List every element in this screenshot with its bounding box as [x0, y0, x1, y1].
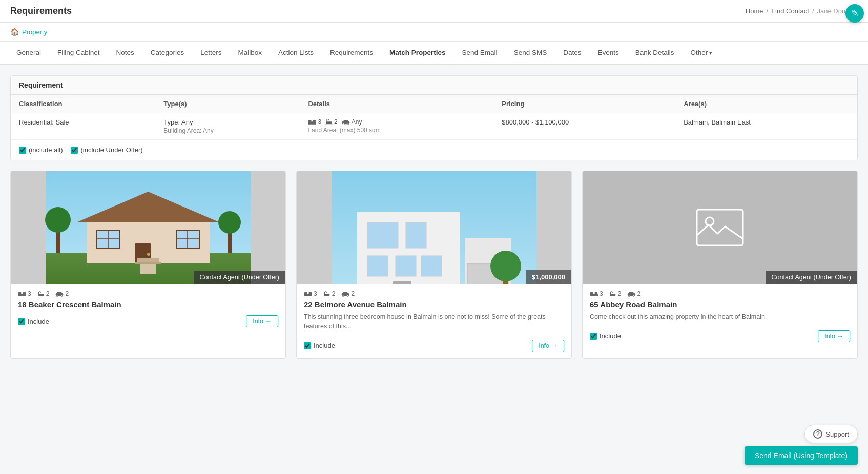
- top-nav: Requirements Home / Find Contact / Jane …: [0, 0, 868, 23]
- bath-detail: 2: [325, 118, 338, 126]
- question-circle-icon: ?: [813, 429, 822, 439]
- send-email-template-button[interactable]: Send Email (Using Template): [745, 446, 858, 465]
- tab-bank-details[interactable]: Bank Details: [627, 42, 683, 65]
- card-icons-1: 3 2 2: [18, 290, 278, 297]
- tab-general[interactable]: General: [8, 42, 49, 65]
- property-card-2: $1,000,000 3 2 2 22: [296, 171, 572, 359]
- card-placeholder-3: [583, 171, 857, 284]
- card-icons-2: 3 2 2: [304, 290, 564, 297]
- requirement-table: Classification Type(s) Details Pricing A…: [11, 95, 857, 140]
- card-footer-3: Include Info →: [590, 327, 850, 342]
- svg-rect-53: [309, 292, 312, 294]
- card-badge-1: Contact Agent (Under Offer): [194, 271, 285, 284]
- include-under-offer-checkbox[interactable]: [71, 147, 78, 154]
- tab-send-sms[interactable]: Send SMS: [506, 42, 555, 65]
- card-beds-1: 3: [18, 290, 31, 297]
- property-bar-label: Property: [22, 28, 47, 36]
- tab-dates[interactable]: Dates: [555, 42, 589, 65]
- col-areas: Area(s): [675, 95, 857, 113]
- cell-details: 3 2 Any Land Area: (max) 500 sqm: [300, 113, 493, 140]
- include-all-checkbox[interactable]: [19, 147, 26, 154]
- card-baths-3: 2: [609, 290, 622, 297]
- include-checkbox-3[interactable]: [590, 333, 597, 340]
- svg-point-59: [706, 217, 714, 225]
- card-body-1: 3 2 2 18 Beaker Crescent Balmain: [11, 284, 285, 334]
- card-title-3: 65 Abbey Road Balmain: [590, 300, 850, 309]
- page-title: Requirements: [10, 6, 72, 16]
- card-icons-3: 3 2 2: [590, 290, 850, 297]
- svg-point-10: [347, 123, 349, 125]
- support-label: Support: [825, 430, 849, 438]
- breadcrumb-find-contact[interactable]: Find Contact: [771, 7, 809, 15]
- include-checkbox-1[interactable]: [18, 318, 25, 325]
- tab-send-email[interactable]: Send Email: [454, 42, 506, 65]
- svg-rect-32: [23, 292, 26, 294]
- property-bar: 🏠 Property: [0, 23, 868, 42]
- card-image-3: Contact Agent (Under Offer): [583, 171, 857, 284]
- svg-rect-58: [697, 210, 743, 245]
- col-details: Details: [300, 95, 493, 113]
- tab-match-properties[interactable]: Match Properties: [381, 42, 454, 65]
- include-under-offer-label[interactable]: (include Under Offer): [71, 146, 142, 154]
- svg-rect-62: [595, 292, 598, 294]
- card-badge-3: Contact Agent (Under Offer): [766, 271, 857, 284]
- card-title-1: 18 Beaker Crescent Balmain: [18, 300, 278, 309]
- requirement-header: Requirement: [11, 76, 857, 95]
- svg-point-9: [343, 123, 344, 125]
- card-title-2: 22 Belmore Avenue Balmain: [304, 300, 564, 309]
- svg-rect-63: [610, 294, 615, 296]
- property-card-1: Contact Agent (Under Offer) 3 2 2: [10, 171, 286, 359]
- house-icon: 🏠: [10, 28, 19, 36]
- include-label-2[interactable]: Include: [304, 342, 335, 349]
- card-baths-2: 2: [323, 290, 336, 297]
- svg-rect-42: [406, 222, 426, 248]
- tab-mailbox[interactable]: Mailbox: [230, 42, 270, 65]
- include-label-3[interactable]: Include: [590, 332, 621, 340]
- include-checkbox-2[interactable]: [304, 342, 311, 349]
- card-body-3: 3 2 2 65 Abbey Road Balmain Come check o…: [583, 284, 857, 348]
- include-label-1[interactable]: Include: [18, 318, 49, 325]
- svg-point-35: [57, 295, 58, 296]
- tab-action-lists[interactable]: Action Lists: [270, 42, 322, 65]
- type-sub: Building Area: Any: [163, 127, 292, 134]
- svg-rect-5: [326, 121, 332, 124]
- tab-categories[interactable]: Categories: [142, 42, 192, 65]
- support-button[interactable]: ? Support: [804, 425, 858, 443]
- svg-rect-4: [316, 123, 317, 125]
- tab-filing-cabinet[interactable]: Filing Cabinet: [49, 42, 108, 65]
- card-image-1: Contact Agent (Under Offer): [11, 171, 285, 284]
- requirement-section: Requirement Classification Type(s) Detai…: [10, 75, 858, 160]
- svg-rect-45: [421, 256, 442, 276]
- include-all-label[interactable]: (include all): [19, 146, 63, 154]
- svg-point-50: [490, 251, 521, 281]
- tab-letters[interactable]: Letters: [192, 42, 230, 65]
- svg-rect-29: [135, 262, 161, 264]
- bed-detail: 3: [308, 118, 321, 126]
- tab-other[interactable]: Other: [683, 42, 721, 65]
- card-footer-2: Include Info →: [304, 337, 564, 352]
- tab-requirements[interactable]: Requirements: [322, 42, 381, 65]
- svg-rect-41: [367, 222, 398, 248]
- filter-checkboxes: (include all) (include Under Offer): [11, 140, 857, 160]
- info-button-3[interactable]: Info →: [818, 330, 850, 342]
- edit-fab-button[interactable]: ✎: [845, 4, 864, 23]
- svg-rect-44: [396, 256, 416, 276]
- svg-point-66: [633, 295, 634, 296]
- main-content: Requirement Classification Type(s) Detai…: [0, 65, 868, 467]
- tab-notes[interactable]: Notes: [108, 42, 142, 65]
- info-button-1[interactable]: Info →: [246, 315, 278, 327]
- property-cards-grid: Contact Agent (Under Offer) 3 2 2: [10, 171, 858, 359]
- card-beds-3: 3: [590, 290, 603, 297]
- svg-rect-7: [332, 124, 332, 125]
- svg-rect-2: [313, 120, 316, 122]
- svg-point-16: [147, 253, 150, 256]
- col-pricing: Pricing: [493, 95, 675, 113]
- info-button-2[interactable]: Info →: [532, 340, 564, 352]
- cell-types: Type: Any Building Area: Any: [155, 113, 300, 140]
- tab-events[interactable]: Events: [589, 42, 627, 65]
- svg-rect-33: [38, 294, 44, 296]
- breadcrumb-home[interactable]: Home: [746, 7, 763, 15]
- svg-point-57: [347, 295, 348, 296]
- details-icons: 3 2 Any: [308, 118, 485, 126]
- land-area: Land Area: (max) 500 sqm: [308, 127, 485, 134]
